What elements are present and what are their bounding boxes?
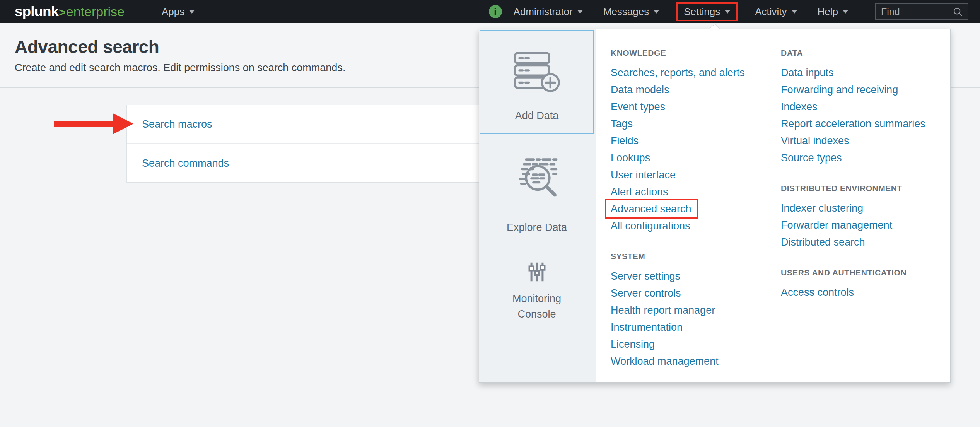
nav-messages-label: Messages	[603, 6, 649, 18]
logo-splunk-text: splunk	[15, 3, 58, 20]
menu-link-server-settings[interactable]: Server settings	[611, 268, 777, 285]
annotation-arrow-shaft	[54, 121, 113, 127]
annotation-red-box: Advanced search	[605, 199, 698, 219]
menu-link-virtual-indexes[interactable]: Virtual indexes	[781, 132, 949, 149]
menu-link-fields[interactable]: Fields	[611, 132, 777, 149]
search-commands-link[interactable]: Search commands	[142, 157, 229, 169]
menu-link-forwarder-management[interactable]: Forwarder management	[781, 217, 949, 234]
info-badge-icon[interactable]: i	[489, 5, 502, 18]
settings-dropdown-panel: Add Data Explore Data	[479, 29, 951, 383]
find-search-input[interactable]	[881, 6, 953, 17]
menu-link-user-interface[interactable]: User interface	[611, 166, 777, 183]
menu-link-indexes[interactable]: Indexes	[781, 98, 949, 115]
nav-activity-menu[interactable]: Activity	[755, 6, 797, 18]
data-section: DATA Data inputs Forwarding and receivin…	[781, 47, 949, 166]
chevron-down-icon	[791, 10, 797, 14]
search-icon[interactable]	[953, 7, 963, 17]
menu-link-source-types[interactable]: Source types	[781, 149, 949, 166]
menu-link-instrumentation[interactable]: Instrumentation	[611, 319, 777, 336]
nav-administrator-label: Administrator	[514, 6, 573, 18]
chevron-down-icon	[724, 10, 731, 14]
distributed-environment-header: DISTRIBUTED ENVIRONMENT	[781, 183, 949, 194]
menu-link-advanced-search-row: Advanced search	[611, 200, 777, 217]
menu-link-data-inputs[interactable]: Data inputs	[781, 64, 949, 81]
nav-settings-menu[interactable]: Settings	[676, 2, 738, 21]
nav-messages-menu[interactable]: Messages	[603, 6, 660, 18]
monitoring-console-tile[interactable]: Monitoring Console	[480, 261, 594, 374]
find-search-box	[875, 3, 968, 20]
add-data-tile[interactable]: Add Data	[480, 30, 594, 134]
monitoring-console-label: Monitoring Console	[502, 291, 572, 322]
add-data-label: Add Data	[515, 108, 559, 123]
add-data-icon	[513, 51, 560, 92]
menu-link-forwarding-and-receiving[interactable]: Forwarding and receiving	[781, 81, 949, 98]
knowledge-section: KNOWLEDGE Searches, reports, and alerts …	[611, 47, 777, 234]
monitoring-console-icon	[528, 261, 546, 282]
nav-apps-label: Apps	[162, 6, 184, 18]
nav-activity-label: Activity	[755, 6, 787, 18]
explore-data-tile[interactable]: Explore Data	[480, 145, 594, 258]
menu-link-lookups[interactable]: Lookups	[611, 149, 777, 166]
menu-link-distributed-search[interactable]: Distributed search	[781, 234, 949, 251]
menu-link-report-acceleration-summaries[interactable]: Report acceleration summaries	[781, 115, 949, 132]
nav-administrator-menu[interactable]: Administrator	[514, 6, 583, 18]
menu-link-indexer-clustering[interactable]: Indexer clustering	[781, 200, 949, 217]
top-navbar: splunk > enterprise Apps i Administrator…	[0, 0, 980, 23]
navbar-right-group: i Administrator Messages Settings Activi…	[489, 2, 968, 21]
menu-link-licensing[interactable]: Licensing	[611, 336, 777, 353]
menu-link-health-report-manager[interactable]: Health report manager	[611, 302, 777, 319]
menu-link-searches-reports-alerts[interactable]: Searches, reports, and alerts	[611, 64, 777, 81]
knowledge-section-header: KNOWLEDGE	[611, 47, 777, 59]
nav-apps-menu[interactable]: Apps	[162, 6, 195, 18]
dropdown-icon-column: Add Data Explore Data	[479, 29, 596, 382]
menu-link-access-controls[interactable]: Access controls	[781, 284, 949, 301]
menu-link-alert-actions[interactable]: Alert actions	[611, 183, 777, 200]
settings-menu-column-knowledge: KNOWLEDGE Searches, reports, and alerts …	[611, 47, 777, 370]
menu-link-workload-management[interactable]: Workload management	[611, 353, 777, 370]
logo-enterprise-text: enterprise	[66, 4, 125, 19]
annotation-arrow-icon	[113, 113, 133, 134]
nav-help-menu[interactable]: Help	[818, 6, 849, 18]
splunk-logo[interactable]: splunk > enterprise	[15, 3, 125, 20]
chevron-down-icon	[577, 10, 583, 14]
chevron-down-icon	[653, 10, 659, 14]
users-authentication-section: USERS AND AUTHENTICATION Access controls	[781, 267, 949, 301]
users-authentication-header: USERS AND AUTHENTICATION	[781, 267, 949, 278]
nav-settings-label: Settings	[684, 6, 720, 18]
menu-link-advanced-search[interactable]: Advanced search	[611, 203, 691, 215]
menu-link-all-configurations[interactable]: All configurations	[611, 217, 777, 234]
system-section-header: SYSTEM	[611, 251, 777, 262]
menu-link-event-types[interactable]: Event types	[611, 98, 777, 115]
system-section: SYSTEM Server settings Server controls H…	[611, 251, 777, 370]
distributed-environment-section: DISTRIBUTED ENVIRONMENT Indexer clusteri…	[781, 183, 949, 251]
explore-data-icon	[514, 155, 559, 200]
chevron-down-icon	[842, 10, 849, 14]
explore-data-label: Explore Data	[507, 220, 567, 235]
search-macros-link[interactable]: Search macros	[142, 118, 212, 130]
menu-link-data-models[interactable]: Data models	[611, 81, 777, 98]
menu-link-tags[interactable]: Tags	[611, 115, 777, 132]
chevron-down-icon	[189, 10, 195, 14]
settings-menu-column-data: DATA Data inputs Forwarding and receivin…	[781, 47, 949, 301]
menu-link-server-controls[interactable]: Server controls	[611, 285, 777, 302]
splunk-enterprise-screen: splunk > enterprise Apps i Administrator…	[0, 0, 980, 427]
logo-gt-glyph: >	[59, 6, 66, 19]
data-section-header: DATA	[781, 47, 949, 59]
nav-help-label: Help	[818, 6, 838, 18]
